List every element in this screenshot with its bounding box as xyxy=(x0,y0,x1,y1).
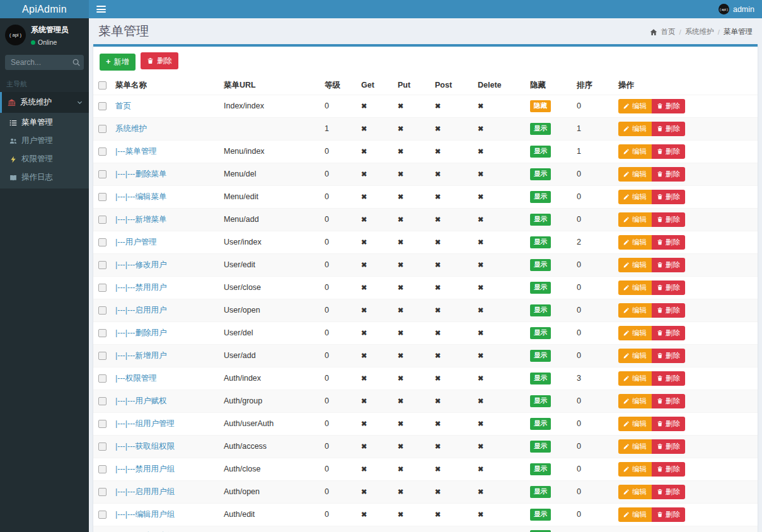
menu-name-link[interactable]: |---|---编辑用户组 xyxy=(115,510,175,519)
edit-button[interactable]: 编辑 xyxy=(618,485,652,499)
menu-name-link[interactable]: |---|---新增用户 xyxy=(115,351,166,360)
row-delete-button[interactable]: 删除 xyxy=(652,99,685,113)
row-checkbox[interactable] xyxy=(98,306,107,315)
menu-name-link[interactable]: |---|---启用用户 xyxy=(115,306,166,315)
row-delete-button[interactable]: 删除 xyxy=(652,462,685,477)
menu-name-link[interactable]: 首页 xyxy=(115,101,131,110)
row-delete-button[interactable]: 删除 xyxy=(652,485,685,499)
edit-button[interactable]: 编辑 xyxy=(618,212,652,227)
menu-name-link[interactable]: 系统维护 xyxy=(115,124,147,133)
row-delete-button[interactable]: 删除 xyxy=(652,507,685,522)
row-checkbox[interactable] xyxy=(98,193,107,201)
brand-logo[interactable]: ApiAdmin xyxy=(0,0,89,18)
sidebar-item[interactable]: 权限管理 xyxy=(0,150,89,168)
row-delete-button[interactable]: 删除 xyxy=(652,439,685,454)
menu-name-link[interactable]: |---|---禁用用户 xyxy=(115,283,166,292)
post-x-icon: ✖ xyxy=(435,261,441,269)
menu-name-link[interactable]: |---|---删除菜单 xyxy=(115,170,166,178)
row-delete-button[interactable]: 删除 xyxy=(652,349,685,363)
edit-button[interactable]: 编辑 xyxy=(618,507,652,522)
edit-button[interactable]: 编辑 xyxy=(618,99,652,113)
row-checkbox[interactable] xyxy=(98,420,107,428)
select-all-checkbox[interactable] xyxy=(98,81,107,90)
row-delete-button[interactable]: 删除 xyxy=(652,371,685,386)
sidebar-item-system-maintenance[interactable]: 系统维护 xyxy=(0,92,89,113)
navbar-user-menu[interactable]: ( api ) admin xyxy=(719,4,754,14)
row-checkbox[interactable] xyxy=(98,442,107,451)
row-checkbox[interactable] xyxy=(98,397,107,405)
row-checkbox[interactable] xyxy=(98,511,107,519)
edit-button[interactable]: 编辑 xyxy=(618,303,652,318)
row-delete-button[interactable]: 删除 xyxy=(652,417,685,431)
edit-button[interactable]: 编辑 xyxy=(618,280,652,295)
edit-button[interactable]: 编辑 xyxy=(618,371,652,386)
breadcrumb-item[interactable]: 系统维护 xyxy=(685,27,714,37)
menu-name-link[interactable]: |---|---启用用户组 xyxy=(115,487,175,496)
menu-name-link[interactable]: |---用户管理 xyxy=(115,238,157,246)
edit-button[interactable]: 编辑 xyxy=(618,190,652,204)
row-checkbox[interactable] xyxy=(98,488,107,496)
get-x-icon: ✖ xyxy=(361,238,367,246)
sort-cell: 2 xyxy=(572,231,613,253)
sidebar-item[interactable]: 用户管理 xyxy=(0,132,89,150)
menu-name-link[interactable]: |---|---组用户管理 xyxy=(115,419,175,428)
get-x-icon: ✖ xyxy=(361,465,367,473)
row-checkbox[interactable] xyxy=(98,147,107,156)
menu-name-link[interactable]: |---|---修改用户 xyxy=(115,260,166,269)
sidebar-toggle-icon[interactable] xyxy=(96,6,106,13)
menu-name-link[interactable]: |---权限管理 xyxy=(115,374,157,383)
edit-button[interactable]: 编辑 xyxy=(618,167,652,182)
row-checkbox[interactable] xyxy=(98,374,107,383)
level-cell: 0 xyxy=(320,321,356,344)
level-cell: 0 xyxy=(320,480,356,503)
row-delete-button[interactable]: 删除 xyxy=(652,144,685,159)
row-checkbox[interactable] xyxy=(98,238,107,246)
row-delete-button[interactable]: 删除 xyxy=(652,167,685,182)
edit-button[interactable]: 编辑 xyxy=(618,122,652,136)
row-checkbox[interactable] xyxy=(98,125,107,133)
edit-button[interactable]: 编辑 xyxy=(618,258,652,272)
menu-name-link[interactable]: |---|---获取组权限 xyxy=(115,442,175,451)
column-header: 菜单URL xyxy=(219,76,320,95)
table-row: |---|---禁用用户User/close0✖✖✖✖显示0编辑删除 xyxy=(93,276,758,299)
edit-button[interactable]: 编辑 xyxy=(618,394,652,408)
menu-name-link[interactable]: |---|---删除用户 xyxy=(115,328,166,337)
edit-button[interactable]: 编辑 xyxy=(618,349,652,363)
row-delete-button[interactable]: 删除 xyxy=(652,122,685,136)
row-delete-button[interactable]: 删除 xyxy=(652,190,685,204)
menu-name-link[interactable]: |---菜单管理 xyxy=(115,147,157,156)
row-delete-button[interactable]: 删除 xyxy=(652,212,685,227)
row-checkbox[interactable] xyxy=(98,261,107,269)
edit-button[interactable]: 编辑 xyxy=(618,417,652,431)
row-checkbox[interactable] xyxy=(98,216,107,224)
trash-icon xyxy=(657,125,663,132)
edit-button[interactable]: 编辑 xyxy=(618,144,652,159)
search-icon[interactable] xyxy=(72,58,81,67)
edit-button[interactable]: 编辑 xyxy=(618,462,652,477)
edit-button[interactable]: 编辑 xyxy=(618,326,652,340)
row-checkbox[interactable] xyxy=(98,352,107,360)
row-delete-button[interactable]: 删除 xyxy=(652,280,685,295)
row-delete-button[interactable]: 删除 xyxy=(652,258,685,272)
row-checkbox[interactable] xyxy=(98,102,107,110)
row-delete-button[interactable]: 删除 xyxy=(652,303,685,318)
row-delete-button[interactable]: 删除 xyxy=(652,326,685,340)
sidebar-item[interactable]: 操作日志 xyxy=(0,168,89,187)
menu-name-link[interactable]: |---|---新增菜单 xyxy=(115,215,166,224)
add-button[interactable]: + 新增 xyxy=(100,54,136,71)
edit-button[interactable]: 编辑 xyxy=(618,439,652,454)
menu-name-link[interactable]: |---|---编辑菜单 xyxy=(115,192,166,201)
delete-button[interactable]: 删除 xyxy=(141,52,178,69)
row-checkbox[interactable] xyxy=(98,170,107,178)
row-delete-button[interactable]: 删除 xyxy=(652,394,685,408)
row-delete-button[interactable]: 删除 xyxy=(652,235,685,250)
level-cell: 0 xyxy=(320,185,356,208)
menu-name-link[interactable]: |---|---禁用用户组 xyxy=(115,465,175,473)
row-checkbox[interactable] xyxy=(98,329,107,337)
sidebar-item[interactable]: 菜单管理 xyxy=(0,113,89,132)
edit-button[interactable]: 编辑 xyxy=(618,235,652,250)
row-checkbox[interactable] xyxy=(98,284,107,292)
row-checkbox[interactable] xyxy=(98,465,107,473)
menu-name-link[interactable]: |---|---用户赋权 xyxy=(115,396,166,405)
breadcrumb-item[interactable]: 首页 xyxy=(661,27,676,37)
